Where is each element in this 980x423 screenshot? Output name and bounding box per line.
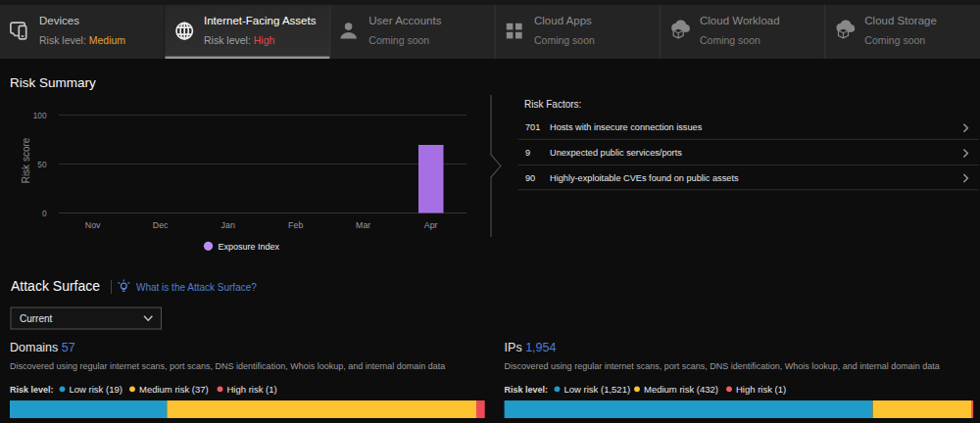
- svg-text:Low risk (19): Low risk (19): [70, 384, 122, 395]
- svg-text:High risk (1): High risk (1): [227, 384, 277, 395]
- svg-text:Unexpected public services/por: Unexpected public services/ports: [550, 148, 682, 158]
- svg-text:What is the Attack Surface?: What is the Attack Surface?: [136, 282, 257, 293]
- svg-text:Coming soon: Coming soon: [700, 34, 760, 46]
- svg-text:Risk Summary: Risk Summary: [10, 75, 96, 90]
- svg-text:Risk level: Medium: Risk level: Medium: [39, 34, 125, 46]
- svg-text:Cloud Apps: Cloud Apps: [534, 15, 592, 26]
- svg-text:Mar: Mar: [356, 220, 370, 230]
- svg-text:User Accounts: User Accounts: [368, 15, 441, 26]
- svg-text:Attack Surface: Attack Surface: [11, 278, 100, 294]
- svg-text:Medium risk (432): Medium risk (432): [644, 384, 718, 395]
- svg-text:Low risk (1,521): Low risk (1,521): [564, 384, 631, 395]
- svg-text:Coming soon: Coming soon: [534, 34, 595, 46]
- svg-text:Nov: Nov: [85, 220, 101, 230]
- svg-text:Coming soon: Coming soon: [368, 34, 429, 46]
- svg-text:Medium risk (37): Medium risk (37): [139, 384, 209, 395]
- svg-text:50: 50: [37, 160, 47, 169]
- svg-text:Apr: Apr: [424, 220, 438, 230]
- svg-text:Exposure Index: Exposure Index: [219, 242, 280, 252]
- svg-text:Risk Factors:: Risk Factors:: [524, 99, 581, 110]
- svg-text:9: 9: [525, 148, 530, 158]
- svg-text:0: 0: [42, 209, 47, 218]
- svg-text:Domains 57: Domains 57: [10, 341, 75, 354]
- svg-text:Jan: Jan: [221, 220, 235, 230]
- svg-text:Cloud Workload: Cloud Workload: [700, 15, 780, 26]
- svg-text:Risk level:: Risk level:: [505, 385, 549, 395]
- svg-text:90: 90: [525, 173, 535, 183]
- svg-text:IPs 1,954: IPs 1,954: [505, 341, 557, 354]
- svg-text:Discovered using regular inter: Discovered using regular internet scans,…: [505, 361, 940, 371]
- svg-text:Highly-exploitable CVEs found: Highly-exploitable CVEs found on public …: [550, 173, 739, 183]
- svg-text:Cloud Storage: Cloud Storage: [864, 15, 937, 26]
- svg-text:Feb: Feb: [288, 220, 303, 230]
- svg-text:Discovered using regular inter: Discovered using regular internet scans,…: [10, 361, 445, 371]
- svg-text:Internet-Facing Assets: Internet-Facing Assets: [204, 15, 317, 26]
- svg-text:Risk level: High: Risk level: High: [204, 34, 275, 46]
- svg-text:Risk level:: Risk level:: [10, 385, 54, 395]
- svg-text:Coming soon: Coming soon: [864, 34, 925, 46]
- svg-text:Hosts with insecure connection: Hosts with insecure connection issues: [550, 122, 703, 132]
- svg-text:High risk (1): High risk (1): [736, 384, 786, 395]
- svg-text:100: 100: [33, 111, 47, 120]
- svg-text:Dec: Dec: [153, 220, 169, 230]
- svg-text:701: 701: [525, 122, 540, 132]
- svg-text:Devices: Devices: [39, 15, 79, 26]
- svg-text:Current: Current: [20, 313, 53, 324]
- svg-text:Risk score: Risk score: [21, 137, 31, 183]
